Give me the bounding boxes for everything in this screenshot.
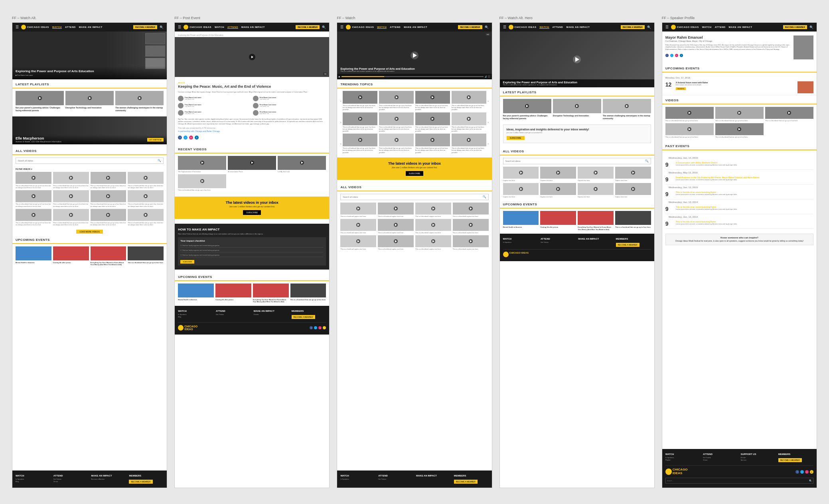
footer-cta-btn-1[interactable]: BECOME A MEMBER	[129, 480, 152, 484]
speaker-item[interactable]: First Name Last nameLast Name role	[253, 96, 326, 101]
hero-large-play-4[interactable]	[573, 55, 581, 63]
video-item[interactable]: This is a thumbnail that can go up to fo…	[16, 209, 51, 226]
article-links[interactable]: In partnership with Chicago and Better C…	[178, 130, 326, 132]
hamburger-icon-5[interactable]: ☰	[665, 25, 669, 29]
trending-item[interactable]: This is a thumbnail that can go up to fo…	[343, 112, 377, 132]
footer-cta-5[interactable]: BECOME A MEMBER	[778, 458, 802, 462]
past-event-item-4[interactable]: 9 This is the title of an event featurin…	[665, 204, 813, 214]
trending-next-2[interactable]: ›	[488, 121, 489, 123]
video-item[interactable]: Caption text here	[540, 167, 576, 181]
video-item[interactable]: This is a thumbnail that can go up to fo…	[16, 190, 51, 207]
footer-instagram-2[interactable]: in	[318, 326, 322, 329]
footer-search-icon-5[interactable]: 🔍	[809, 479, 812, 482]
profile-instagram[interactable]: in	[675, 54, 678, 57]
form-item[interactable]: ☐ Visit our local programs and create la…	[180, 244, 324, 248]
search-icon-1[interactable]: 🔍	[158, 159, 161, 162]
footer-tw-5[interactable]: t	[800, 470, 804, 474]
nav-impact-4[interactable]: MAKE AN IMPACT	[566, 26, 590, 29]
speaker-item[interactable]: First Name Last nameLast Name role	[178, 110, 251, 116]
video-item[interactable]: This is a thumbnail caption text here	[453, 235, 489, 250]
profile-linkedin[interactable]: li	[680, 54, 683, 57]
event-tickets-btn-5[interactable]: TICKETS	[676, 87, 686, 90]
footer-link[interactable]: Blog	[16, 480, 50, 482]
recent-video-item[interactable]: This is a thumbnail that can go up to fo…	[178, 174, 226, 191]
video-item[interactable]: This is a thumbnail caption text here	[453, 203, 489, 217]
brand-logo-2[interactable]: CHICAGO IDEAS	[184, 25, 211, 30]
video-item[interactable]: This is a thumbnail caption text here	[415, 203, 451, 217]
past-event-item-3[interactable]: 9 This is the title of an event featurin…	[665, 189, 813, 199]
profile-video-item[interactable]: This is a thumbnail that can go up to fo…	[715, 107, 764, 122]
linkedin-icon[interactable]: li	[195, 136, 199, 140]
newsletter-box-btn-4[interactable]: SUBSCRIBE	[507, 136, 525, 140]
hero-play-btn-3[interactable]	[411, 51, 418, 59]
upcoming-event-item-5[interactable]: 12 A fictional future event with Rahm lo…	[662, 80, 817, 95]
trending-item[interactable]: This is a thumbnail that can go up to fo…	[379, 134, 414, 154]
footer-link[interactable]: Venue	[53, 480, 88, 482]
video-item[interactable]: This is a thumbnail caption text here	[453, 219, 489, 234]
search-input-3[interactable]	[343, 196, 482, 198]
footer-search-input-5[interactable]	[667, 479, 808, 482]
video-item[interactable]: Caption text here	[503, 183, 539, 198]
search-icon-nav-1[interactable]: 🔍	[160, 26, 164, 29]
video-item[interactable]: This is a thumbnail that can go up to fo…	[91, 190, 126, 207]
nav-watch-4[interactable]: WATCH	[539, 26, 549, 29]
past-event-item-1[interactable]: 9 A Conversation with Hillary Rodham Cli…	[665, 160, 813, 170]
playlist-card-1a[interactable]: Not your parent's parenting advice: Chal…	[16, 91, 64, 112]
brand-logo-3[interactable]: CHICAGO IDEAS	[346, 25, 374, 30]
search-icon-nav-3[interactable]: 🔍	[485, 26, 489, 29]
footer-cta-3[interactable]: BECOME A MEMBER	[454, 480, 478, 484]
trending-prev-1[interactable]: ‹	[340, 100, 341, 102]
nav-impact-2[interactable]: MAKE AN IMPACT	[241, 26, 265, 29]
video-item[interactable]: Caption text here	[615, 167, 651, 181]
trending-next-1[interactable]: ›	[488, 100, 489, 102]
nav-cta-btn-4[interactable]: BECOME A MEMBER	[621, 25, 645, 29]
nav-cta-btn-5[interactable]: BECOME A MEMBER	[783, 25, 807, 29]
nav-attend-2[interactable]: ATTEND	[227, 26, 238, 29]
video-item[interactable]: This is a thumbnail that can go up to fo…	[128, 172, 164, 189]
featured-section-1[interactable]: Elle Macpherson Actress & Model, CEO Ell…	[12, 116, 167, 144]
brand-logo-1[interactable]: CHICAGO IDEAS	[21, 25, 49, 30]
event-card-4d[interactable]: This is a thumbnail that can go up to fo…	[615, 211, 651, 230]
nav-cta-btn-1[interactable]: BECOME A MEMBER	[133, 25, 157, 29]
video-item[interactable]: This is a thumbnail caption text here	[415, 235, 451, 250]
playlist-card-4a[interactable]: Not your parent's parenting advice: Chal…	[503, 99, 551, 120]
form-item[interactable]: ☐ Visit our local programs and create la…	[180, 248, 324, 252]
video-item[interactable]: This is a thumbnail that can go up to fo…	[128, 209, 164, 226]
profile-video-item[interactable]: This is a thumbnail that can go up to fo…	[665, 123, 714, 138]
video-item[interactable]: This is a thumbnail caption text here	[340, 219, 376, 234]
hero-thumb-1b[interactable]	[145, 45, 165, 57]
newsletter-btn-3[interactable]: SUBSCRIBE	[406, 171, 424, 176]
trending-item[interactable]: This is a thumbnail that can go up to fo…	[452, 91, 486, 111]
hamburger-icon-1[interactable]: ☰	[16, 25, 19, 29]
profile-video-item[interactable]: This is a thumbnail that can go up to fo…	[665, 107, 714, 122]
speaker-item[interactable]: First Name Last nameLast Name role	[253, 110, 326, 116]
brand-logo-5[interactable]: CHICAGO IDEAS	[671, 25, 699, 30]
nav-watch-2[interactable]: WATCH	[215, 26, 224, 29]
nav-impact-1[interactable]: MAKE AN IMPACT	[79, 26, 103, 29]
event-card-1d[interactable]: This is a thumbnail that can go up to fo…	[128, 246, 164, 266]
event-card-1a[interactable]: Mental Health in America	[16, 246, 51, 266]
hamburger-icon-4[interactable]: ☰	[503, 25, 506, 29]
facebook-icon[interactable]: f	[178, 136, 182, 140]
form-item[interactable]: ☐ Visit our local programs and create la…	[180, 253, 324, 257]
past-event-item-5[interactable]: 9 This is the title of an event featurin…	[665, 219, 813, 229]
search-icon-nav-5[interactable]: 🔍	[809, 26, 813, 29]
profile-video-item[interactable]: This is a thumbnail that can go up to fo…	[715, 123, 764, 138]
footer-link[interactable]: Become a Member	[91, 478, 126, 480]
footer-search-5[interactable]: 🔍	[665, 478, 813, 484]
play-ctrl-3[interactable]: ▶	[339, 75, 340, 78]
trending-next-3[interactable]: ›	[488, 142, 489, 145]
nav-impact-5[interactable]: MAKE AN IMPACT	[729, 26, 752, 28]
video-item[interactable]: This is a thumbnail that can go up to fo…	[16, 172, 51, 189]
event-card-4b[interactable]: Costing life after prison	[540, 211, 576, 230]
video-item[interactable]: This is a thumbnail that can go up to fo…	[128, 190, 164, 207]
past-event-item-2[interactable]: 9 Small Business in the City Featuring B…	[665, 175, 813, 185]
event-card-4c[interactable]: Everything You Ever Wanted to Know About…	[578, 211, 614, 230]
speaker-item[interactable]: First Name Last nameLast Name role	[253, 103, 326, 108]
search-icon-nav-4[interactable]: 🔍	[647, 26, 651, 29]
search-input-4[interactable]	[505, 160, 645, 162]
nav-watch-5[interactable]: WATCH	[702, 26, 712, 28]
search-input-1[interactable]	[18, 159, 158, 162]
recent-video-item[interactable]: Let My Soul Last	[278, 156, 326, 173]
footer-ig-5[interactable]: in	[805, 470, 809, 474]
